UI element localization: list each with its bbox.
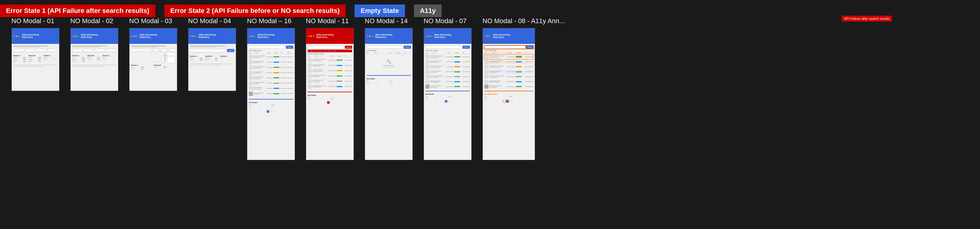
screen-04-frame: eBay AdvertisingRepository Search Sectio… — [188, 28, 236, 91]
screen-08-label: NO Modal - 08 - A11y Ann... — [482, 17, 565, 25]
screen-no-modal-01: NO Modal - 01 eBay AdvertisingRepository — [11, 17, 59, 91]
screen-14-frame: eBay AdvertisingRepository Search 0 resu… — [365, 28, 413, 160]
screen-01-frame: eBay AdvertisingRepository Section A Fie… — [11, 28, 59, 91]
screen-no-modal-11: NO Modal - 11 eBay AdvertisingRepository… — [306, 17, 354, 160]
screen-07-label: NO Modal - 07 — [423, 17, 466, 25]
screen-08-frame: eBay AdvertisingRepository Search 1-50 o… — [482, 28, 535, 160]
screen-02-frame: eBay AdvertisingRepository Section A Fie… — [70, 28, 118, 91]
screens-container: NO Modal - 01 eBay AdvertisingRepository — [0, 17, 980, 160]
screen-no-modal-04: NO Modal - 04 eBay AdvertisingRepository… — [188, 17, 236, 91]
error-annotation-box: API Failure after search results — [842, 16, 892, 22]
screen-14-label: NO Modal - 14 — [365, 17, 408, 25]
screen-no-modal-02: NO Modal - 02 eBay AdvertisingRepository — [70, 17, 118, 91]
screen-02-label: NO Modal - 02 — [70, 17, 113, 25]
screen-01-label: NO Modal - 01 — [11, 17, 54, 25]
screen-07-frame: eBay AdvertisingRepository Search 1-50 o… — [423, 28, 472, 160]
screen-16-label: NO Modal – 16 — [247, 17, 291, 25]
empty-state-label: Empty State — [355, 5, 405, 17]
error-state-1-label: Error State 1 (API Failure after search … — [0, 5, 155, 17]
screen-no-modal-14: NO Modal - 14 eBay AdvertisingRepository… — [365, 17, 413, 160]
screen-no-modal-07: NO Modal - 07 eBay AdvertisingRepository… — [423, 17, 472, 160]
screen-11-frame: eBay AdvertisingRepository Search ⚠ API … — [306, 28, 354, 160]
screen-03-label: NO Modal - 03 — [129, 17, 172, 25]
screen-11-label: NO Modal - 11 — [306, 17, 349, 25]
screen-no-modal-03: NO Modal - 03 eBay AdvertisingRepository… — [129, 17, 177, 91]
screen-no-modal-08-a11y: NO Modal - 08 - A11y Ann... eBay Adverti… — [482, 17, 565, 160]
screen-04-label: NO Modal - 04 — [188, 17, 231, 25]
a11y-label: A11y — [414, 5, 442, 17]
error-state-2-label: Error State 2 (API Failure before or NO … — [164, 5, 346, 17]
screen-no-modal-16: NO Modal – 16 eBay AdvertisingRepository… — [247, 17, 295, 160]
screen-16-frame: eBay AdvertisingRepository Search 1-50 o… — [247, 28, 295, 160]
screen-03-frame: eBay AdvertisingRepository ▾ ▾ ▾ Option … — [129, 28, 177, 91]
